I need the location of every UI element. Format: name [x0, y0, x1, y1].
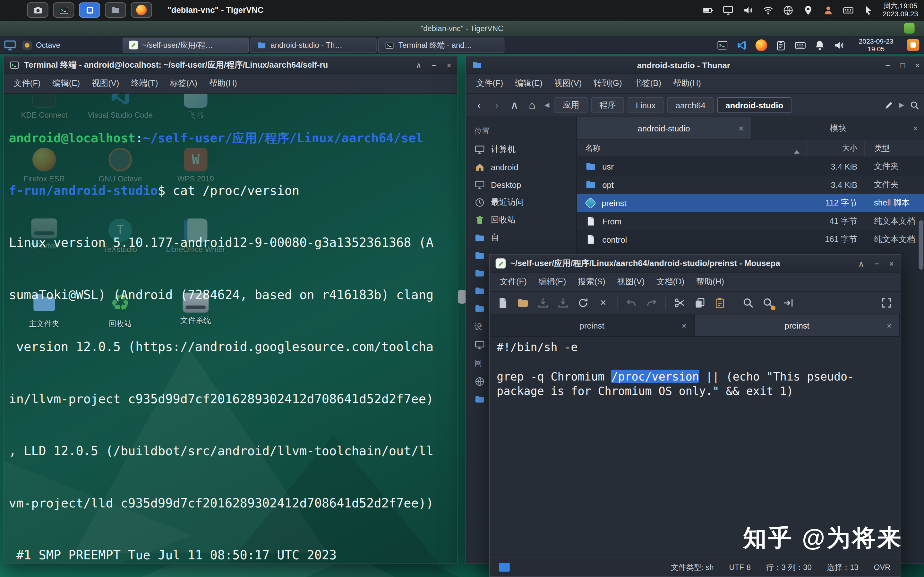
- minimize-button[interactable]: −: [885, 60, 890, 69]
- search-icon[interactable]: [909, 100, 920, 110]
- copy-icon[interactable]: [694, 297, 706, 309]
- volume-icon[interactable]: [742, 5, 754, 16]
- tray-clipboard-icon[interactable]: [775, 39, 787, 51]
- shade-button[interactable]: ∧: [416, 60, 422, 69]
- panel-launcher-icon[interactable]: [907, 39, 919, 51]
- mousepad-titlebar[interactable]: ~/self-user/应用/程序/Linux/aarch64/android-…: [489, 255, 900, 272]
- save-as-icon[interactable]: [557, 297, 569, 309]
- cursor-icon[interactable]: [863, 5, 874, 16]
- tray-terminal-icon[interactable]: [717, 39, 729, 51]
- screenshot-app-icon[interactable]: [27, 2, 48, 18]
- status-overwrite-mode[interactable]: OVR: [874, 563, 891, 572]
- display-icon[interactable]: [722, 5, 734, 16]
- sidebar-item-trash[interactable]: 回收站: [466, 211, 576, 229]
- tab-preinst-2[interactable]: preinst×: [695, 314, 900, 336]
- menu-go[interactable]: 转到(G): [588, 78, 627, 89]
- breadcrumb-linux[interactable]: Linux: [628, 97, 664, 113]
- menu-tabs[interactable]: 标签(A): [165, 78, 203, 89]
- terminal-app-icon[interactable]: [53, 2, 74, 18]
- new-file-icon[interactable]: [497, 297, 509, 309]
- breadcrumb-programs[interactable]: 程序: [591, 97, 624, 113]
- close-tab-icon[interactable]: ×: [738, 123, 744, 133]
- menu-edit[interactable]: 编辑(E): [47, 78, 86, 89]
- panel-menu-icon[interactable]: [3, 39, 16, 51]
- shade-button[interactable]: ∧: [858, 259, 864, 268]
- close-tab-icon[interactable]: ×: [682, 321, 687, 330]
- paste-icon[interactable]: [714, 297, 726, 309]
- keyboard-icon[interactable]: [843, 5, 854, 16]
- wifi-icon[interactable]: [762, 5, 774, 16]
- undo-icon[interactable]: [625, 297, 638, 309]
- tigervnc-titlebar[interactable]: "debian-vnc" - TigerVNC: [0, 21, 924, 37]
- menu-view[interactable]: 视图(V): [612, 277, 650, 287]
- firefox-app-icon[interactable]: [131, 2, 152, 18]
- reload-icon[interactable]: [577, 297, 590, 309]
- menu-help[interactable]: 帮助(H): [668, 78, 706, 89]
- files-app-icon[interactable]: [105, 2, 126, 18]
- location-icon[interactable]: [803, 5, 814, 16]
- menu-file[interactable]: 文件(F): [494, 277, 532, 287]
- edit-path-icon[interactable]: [884, 100, 894, 110]
- up-button[interactable]: ∧: [507, 98, 521, 112]
- menu-document[interactable]: 文档(D): [651, 277, 690, 287]
- column-type[interactable]: 类型: [864, 139, 924, 156]
- tab-preinst-1[interactable]: preinst×: [489, 314, 695, 336]
- forward-button[interactable]: ›: [489, 99, 504, 111]
- sidebar-item-home[interactable]: android: [466, 158, 576, 176]
- menu-edit[interactable]: 编辑(E): [510, 78, 548, 89]
- menu-help[interactable]: 帮助(H): [691, 277, 729, 287]
- sidebar-item-recent[interactable]: 最近访问: [466, 193, 576, 211]
- maximize-button[interactable]: □: [900, 60, 905, 69]
- menu-file[interactable]: 文件(F): [8, 78, 46, 89]
- tray-bell-icon[interactable]: [814, 39, 826, 51]
- file-row-preinst-selected[interactable]: preinst 112 字节 shell 脚本: [577, 193, 924, 212]
- path-scroll-right-button[interactable]: ▶: [897, 101, 906, 109]
- open-file-icon[interactable]: [517, 297, 529, 309]
- file-row-usr[interactable]: usr 3.4 KiB 文件夹: [577, 157, 924, 175]
- path-scroll-left-button[interactable]: ◀: [543, 101, 551, 109]
- menu-view[interactable]: 视图(V): [549, 78, 587, 89]
- tab-modules[interactable]: 模块×: [751, 117, 924, 139]
- menu-view[interactable]: 视图(V): [86, 78, 124, 89]
- column-name[interactable]: 名称: [577, 143, 806, 153]
- breadcrumb-android-studio[interactable]: android-studio: [717, 97, 791, 113]
- menu-edit[interactable]: 编辑(E): [533, 277, 572, 287]
- close-tab-icon[interactable]: ×: [887, 321, 892, 330]
- close-button[interactable]: ×: [915, 60, 920, 69]
- scrollbar-thumb[interactable]: [919, 220, 923, 269]
- minimize-button[interactable]: −: [432, 60, 437, 69]
- status-encoding[interactable]: UTF-8: [729, 563, 751, 572]
- task-terminal[interactable]: Terminal 终端 - and…: [379, 37, 505, 53]
- cut-icon[interactable]: [674, 297, 686, 309]
- go-to-icon[interactable]: [782, 297, 795, 309]
- minimize-button[interactable]: −: [874, 259, 879, 268]
- file-row-opt[interactable]: opt 3.4 KiB 文件夹: [577, 175, 924, 193]
- task-octave[interactable]: Octave: [16, 37, 66, 53]
- close-button[interactable]: ×: [889, 259, 894, 268]
- tray-volume-icon[interactable]: [833, 39, 845, 51]
- menu-bookmarks[interactable]: 书签(B): [628, 78, 667, 89]
- battery-icon[interactable]: [702, 5, 714, 16]
- column-size[interactable]: 大小: [806, 139, 864, 156]
- file-row-from[interactable]: From 41 字节 纯文本文档: [577, 212, 924, 230]
- save-icon[interactable]: [537, 297, 549, 309]
- terminal-titlebar[interactable]: Terminal 终端 - android@localhost: ~/self-…: [3, 56, 457, 74]
- terminal-output[interactable]: android@localhost:~/self-user/应用/程序/Linu…: [9, 95, 434, 564]
- breadcrumb-aarch64[interactable]: aarch64: [667, 97, 714, 113]
- fullscreen-icon[interactable]: [880, 297, 893, 309]
- file-row-control[interactable]: control 161 字节 纯文本文档: [577, 230, 924, 248]
- vscode-app-icon[interactable]: [79, 2, 100, 18]
- redo-icon[interactable]: [645, 297, 658, 309]
- close-file-icon[interactable]: ×: [597, 297, 610, 309]
- menu-help[interactable]: 帮助(H): [204, 78, 242, 89]
- find-icon[interactable]: [742, 297, 754, 309]
- menu-file[interactable]: 文件(F): [471, 78, 509, 89]
- globe-icon[interactable]: [782, 5, 794, 16]
- terminal-body[interactable]: KDE Connect Visual Studio Code 飞书 Firefo…: [3, 93, 457, 564]
- task-mousepad[interactable]: ~/self-user/应用/程…: [123, 37, 249, 53]
- close-button[interactable]: ×: [447, 60, 451, 69]
- user-icon[interactable]: [822, 5, 834, 16]
- tray-firefox-icon[interactable]: [756, 39, 767, 51]
- sidebar-item-bookmark[interactable]: 自: [466, 229, 576, 247]
- close-tab-icon[interactable]: ×: [913, 123, 918, 133]
